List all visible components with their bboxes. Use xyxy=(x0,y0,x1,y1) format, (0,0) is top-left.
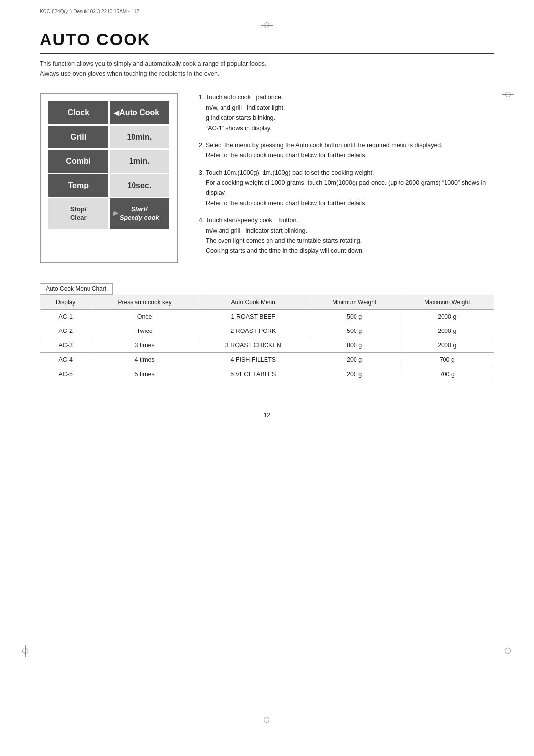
reg-mark-left-bottom xyxy=(20,645,32,657)
table-cell-max: 2000 g xyxy=(400,309,494,324)
table-row: AC-1Once1 ROAST BEEF500 g2000 g xyxy=(40,309,494,324)
table-cell-press: 4 times xyxy=(91,352,198,367)
table-cell-display: AC-2 xyxy=(40,324,91,338)
control-panel: Clock ◀ Auto Cook Grill 10min. Combi 1mi… xyxy=(40,93,178,263)
start-speedy-button[interactable]: ▶ Start/Speedy cook xyxy=(110,198,170,229)
10sec-button[interactable]: 10sec. xyxy=(110,174,170,197)
combi-button[interactable]: Combi xyxy=(48,150,108,173)
table-cell-menu: 3 ROAST CHICKEN xyxy=(198,338,309,352)
table-cell-menu: 2 ROAST PORK xyxy=(198,324,309,338)
instructions-list: Touch auto cook pad once. m/w, and grill… xyxy=(198,93,494,256)
temp-button[interactable]: Temp xyxy=(48,174,108,197)
col-min-weight: Minimum Weight xyxy=(309,295,400,309)
grill-button[interactable]: Grill xyxy=(48,126,108,148)
table-cell-display: AC-1 xyxy=(40,309,91,324)
table-cell-press: 5 times xyxy=(91,367,198,381)
chart-label: Auto Cook Menu Chart xyxy=(40,283,113,295)
table-cell-menu: 5 VEGETABLES xyxy=(198,367,309,381)
table-row: AC-44 times4 FISH FILLETS200 g700 g xyxy=(40,352,494,367)
table-cell-min: 500 g xyxy=(309,309,400,324)
table-cell-menu: 4 FISH FILLETS xyxy=(198,352,309,367)
description-line1: This function allows you to simply and a… xyxy=(40,59,494,69)
instruction-2: Select the menu by pressing the Auto coo… xyxy=(206,141,494,161)
page-description: This function allows you to simply and a… xyxy=(40,59,494,79)
page-number: 12 xyxy=(40,411,494,419)
instruction-1: Touch auto cook pad once. m/w, and grill… xyxy=(206,93,494,134)
table-cell-display: AC-4 xyxy=(40,352,91,367)
menu-table: Display Press auto cook key Auto Cook Me… xyxy=(40,295,494,381)
instructions: Touch auto cook pad once. m/w, and grill… xyxy=(198,93,494,263)
1min-button[interactable]: 1min. xyxy=(110,150,170,173)
table-cell-max: 700 g xyxy=(400,367,494,381)
10min-button[interactable]: 10min. xyxy=(110,126,170,148)
table-cell-menu: 1 ROAST BEEF xyxy=(198,309,309,324)
stop-clear-button[interactable]: Stop/Clear xyxy=(48,198,108,229)
clock-button[interactable]: Clock xyxy=(48,101,108,124)
page-title: AUTO COOK xyxy=(40,30,494,54)
col-menu: Auto Cook Menu xyxy=(198,295,309,309)
table-row: AC-55 times5 VEGETABLES200 g700 g xyxy=(40,367,494,381)
table-cell-press: Once xyxy=(91,309,198,324)
instruction-4: Touch start/speedy cook button. m/w and … xyxy=(206,215,494,256)
description-line2: Always use oven gloves when touching the… xyxy=(40,69,494,79)
reg-mark-right-bottom xyxy=(502,645,514,657)
instruction-3: Touch 10m.(1000g), 1m.(100g) pad to set … xyxy=(206,168,494,209)
col-max-weight: Maximum Weight xyxy=(400,295,494,309)
table-cell-max: 700 g xyxy=(400,352,494,367)
table-cell-display: AC-3 xyxy=(40,338,91,352)
col-display: Display xyxy=(40,295,91,309)
table-cell-max: 2000 g xyxy=(400,324,494,338)
table-row: AC-33 times3 ROAST CHICKEN800 g2000 g xyxy=(40,338,494,352)
table-cell-min: 200 g xyxy=(309,352,400,367)
button-grid: Clock ◀ Auto Cook Grill 10min. Combi 1mi… xyxy=(48,101,169,229)
table-cell-display: AC-5 xyxy=(40,367,91,381)
meta-header: KOC-624Q(¿ )-Desuk` 02.3.2210:15AM~ ` 12 xyxy=(40,9,139,14)
table-header-row: Display Press auto cook key Auto Cook Me… xyxy=(40,295,494,309)
auto-cook-button[interactable]: ◀ Auto Cook xyxy=(110,101,170,124)
main-content: Clock ◀ Auto Cook Grill 10min. Combi 1mi… xyxy=(40,93,494,263)
table-cell-press: 3 times xyxy=(91,338,198,352)
table-cell-max: 2000 g xyxy=(400,338,494,352)
table-cell-min: 500 g xyxy=(309,324,400,338)
chart-section: Auto Cook Menu Chart Display Press auto … xyxy=(40,283,494,381)
table-row: AC-2Twice2 ROAST PORK500 g2000 g xyxy=(40,324,494,338)
table-cell-min: 200 g xyxy=(309,367,400,381)
table-cell-press: Twice xyxy=(91,324,198,338)
table-cell-min: 800 g xyxy=(309,338,400,352)
col-press: Press auto cook key xyxy=(91,295,198,309)
reg-mark-bottom xyxy=(261,714,273,726)
